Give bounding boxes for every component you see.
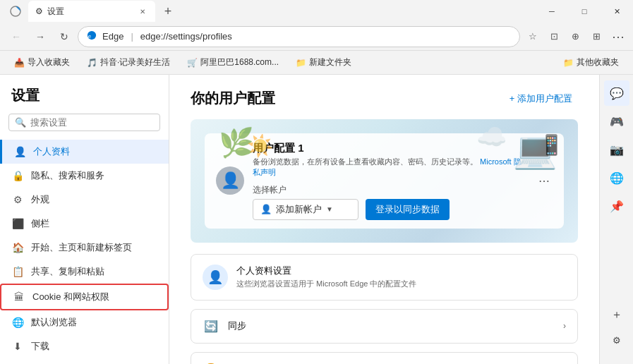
window-icon (6, 1, 25, 21)
sync-row[interactable]: 🔄 同步 › (191, 310, 577, 343)
account-dropdown[interactable]: 👤 添加新帐户 ▼ (253, 199, 358, 220)
sidebar-add-icon[interactable]: ＋ (604, 302, 629, 327)
address-separator: | (131, 31, 133, 42)
profile-settings-section: 👤 个人资料设置 这些浏览器设置适用于 Microsoft Edge 中的配置文… (191, 254, 578, 301)
favorites-button[interactable]: ⊕ (565, 27, 585, 47)
sidebar-item-appearance[interactable]: ⚙ 外观 (0, 188, 169, 212)
address-bar[interactable]: e Edge | edge://settings/profiles (78, 26, 520, 47)
bookmark-import[interactable]: 📥 导入收藏夹 (8, 54, 76, 71)
profile-icon: 👤 (13, 146, 26, 157)
sidebar-item-startup[interactable]: 🏠 开始、主页和新建标签页 (0, 236, 169, 260)
sync-title: 同步 (228, 320, 555, 332)
sidebar-item-profile[interactable]: 👤 个人资料 (0, 140, 169, 164)
refresh-button[interactable]: ↻ (54, 26, 75, 47)
sidebar-item-cookies[interactable]: 🏛 Cookie 和网站权限 (0, 284, 169, 310)
bookmark-new-folder[interactable]: 📁 新建文件夹 (290, 54, 357, 71)
banner-phone-icon: 📱 (539, 133, 564, 157)
forward-button[interactable]: → (30, 26, 51, 47)
sidebar-games-icon[interactable]: 🎮 (604, 109, 629, 134)
sync-content: 同步 (228, 320, 555, 332)
close-button[interactable]: ✕ (601, 0, 633, 23)
bookmark-other-folder[interactable]: 📁 其他收藏夹 (557, 54, 625, 71)
browser-icon: 🌐 (11, 317, 24, 328)
sync-section: 🔄 同步 › (191, 309, 578, 344)
search-input[interactable] (30, 117, 154, 128)
account-section: 选择帐户 👤 添加新帐户 ▼ 登录以同步数据 (253, 184, 527, 220)
main-area: 设置 🔍 👤 个人资料 🔒 隐私、搜索和服务 ⚙ 外观 ⬛ 侧栏 🏠 开始、主页… (0, 75, 633, 364)
minimize-button[interactable]: ─ (536, 0, 568, 23)
nav-right-buttons: ☆ ⊡ ⊕ ⊞ ⋯ (523, 27, 627, 47)
panel-title: 你的用户配置 (191, 89, 275, 108)
sidebar-settings-icon[interactable]: ⚙ (604, 327, 629, 353)
right-panel: 你的用户配置 + 添加用户配置 🌿 ☀️ ☁️ 💻 📱 👤 用户配置 1 备份浏… (169, 75, 599, 364)
window-controls: ─ □ ✕ (536, 0, 633, 23)
navigation-bar: ← → ↻ e Edge | edge://settings/profiles … (0, 23, 633, 51)
tab-label: 设置 (47, 6, 64, 18)
search-icon: 🔍 (15, 117, 26, 128)
back-button[interactable]: ← (6, 26, 27, 47)
profile-more-button[interactable]: ⋯ (536, 171, 553, 190)
share-icon: 📋 (11, 266, 24, 277)
add-account-label: 添加新帐户 (276, 203, 322, 216)
title-bar: ⚙ 设置 ✕ + ─ □ ✕ (0, 0, 633, 23)
home-icon: 🏠 (11, 242, 24, 253)
sidebar-item-share[interactable]: 📋 共享、复制和粘贴 (0, 260, 169, 284)
dropdown-chevron-icon: ▼ (326, 205, 333, 213)
sidebar-pin-icon[interactable]: 📌 (604, 193, 629, 219)
profile-settings-content: 个人资料设置 这些浏览器设置适用于 Microsoft Edge 中的配置文件 (236, 265, 566, 289)
settings-tab[interactable]: ⚙ 设置 ✕ (28, 1, 155, 22)
panel-header: 你的用户配置 + 添加用户配置 (191, 89, 578, 108)
sidebar-item-sidebar[interactable]: ⬛ 侧栏 (0, 212, 169, 236)
account-row: 👤 添加新帐户 ▼ 登录以同步数据 (253, 199, 527, 220)
bookmark-douyin[interactable]: 🎵 抖音·记录美好生活 (81, 54, 176, 71)
sidebar-web-icon[interactable]: 🌐 (604, 165, 629, 190)
sidebar-item-family[interactable]: ⚙ 家庭安全 (0, 358, 169, 364)
bookmarks-right: 📁 其他收藏夹 (557, 54, 625, 71)
title-bar-left: ⚙ 设置 ✕ + (0, 1, 536, 22)
sidebar-item-browser[interactable]: 🌐 默认浏览器 (0, 310, 169, 334)
banner-sun-icon: ☀️ (247, 133, 273, 158)
bookmarks-bar: 📥 导入收藏夹 🎵 抖音·记录美好生活 🛒 阿里巴巴1688.com... 📁 … (0, 51, 633, 75)
lock-icon: 🔒 (11, 170, 24, 181)
profile-info: 用户配置 1 备份浏览数据，在所有设备上查看收藏内容、密码、历史记录等。 Mic… (253, 142, 527, 220)
account-label: 选择帐户 (253, 184, 527, 196)
more-tools-button[interactable]: ⋯ (608, 27, 627, 47)
tab-area: ⚙ 设置 ✕ + (28, 1, 178, 22)
sidebar-item-privacy[interactable]: 🔒 隐私、搜索和服务 (0, 164, 169, 188)
profile-settings-desc: 这些浏览器设置适用于 Microsoft Edge 中的配置文件 (236, 279, 566, 289)
tab-close-button[interactable]: ✕ (137, 6, 148, 17)
douyin-icon: 🎵 (87, 58, 97, 68)
sidebar-camera-icon[interactable]: 📷 (604, 137, 629, 162)
maximize-button[interactable]: □ (568, 0, 601, 23)
sidebar: 设置 🔍 👤 个人资料 🔒 隐私、搜索和服务 ⚙ 外观 ⬛ 侧栏 🏠 开始、主页… (0, 75, 169, 364)
sidebar-icon: ⬛ (11, 218, 24, 229)
read-view-button[interactable]: ⊡ (544, 27, 564, 47)
edge-logo-icon: e (87, 30, 97, 42)
add-profile-button[interactable]: + 添加用户配置 (504, 90, 578, 108)
favorites-star-button[interactable]: ☆ (523, 27, 543, 47)
rewards-row[interactable]: 🏆 Microsoft Rewards › (191, 353, 577, 364)
sync-icon: 🔄 (203, 320, 219, 333)
rewards-section: 🏆 Microsoft Rewards › (191, 352, 578, 364)
profile-desc: 备份浏览数据，在所有设备上查看收藏内容、密码、历史记录等。 Microsoft … (253, 157, 527, 178)
sync-button[interactable]: 登录以同步数据 (366, 199, 450, 220)
profile-settings-title: 个人资料设置 (236, 265, 566, 277)
collections-button[interactable]: ⊞ (586, 27, 606, 47)
sidebar-chat-icon[interactable]: 💬 (604, 80, 629, 106)
download-icon: ⬇ (11, 341, 24, 352)
address-text[interactable]: edge://settings/profiles (140, 31, 511, 42)
sidebar-title: 设置 (0, 86, 169, 114)
user-circle-icon: 👤 (260, 204, 272, 214)
add-profile-label: + 添加用户配置 (510, 92, 572, 105)
other-folder-icon: 📁 (563, 58, 574, 68)
sidebar-item-downloads[interactable]: ⬇ 下载 (0, 334, 169, 358)
bookmark-alibaba[interactable]: 🛒 阿里巴巴1688.com... (181, 54, 284, 71)
edge-label: Edge (102, 31, 123, 42)
profile-settings-row[interactable]: 👤 个人资料设置 这些浏览器设置适用于 Microsoft Edge 中的配置文… (191, 255, 577, 300)
tab-favicon: ⚙ (35, 6, 43, 16)
search-box[interactable]: 🔍 (8, 114, 160, 131)
import-icon: 📥 (14, 58, 25, 68)
alibaba-icon: 🛒 (187, 58, 198, 68)
new-tab-button[interactable]: + (158, 1, 178, 21)
profile-settings-icon: 👤 (203, 265, 228, 290)
